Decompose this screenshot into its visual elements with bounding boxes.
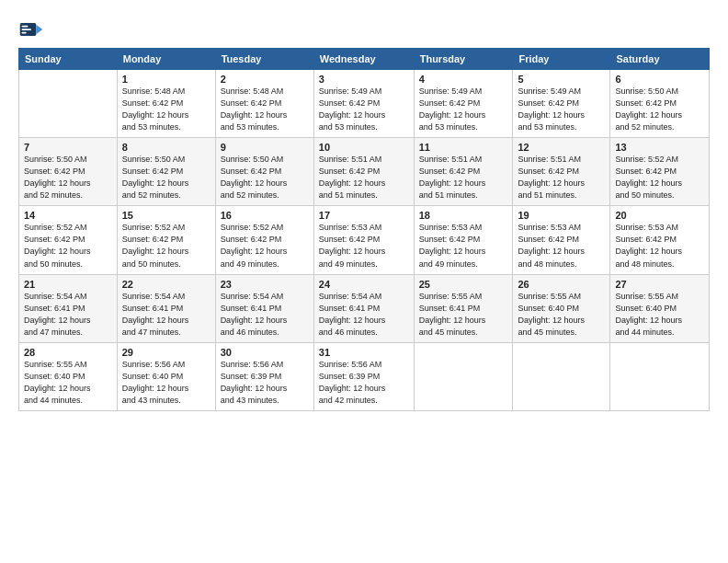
calendar-cell: 26Sunrise: 5:55 AM Sunset: 6:40 PM Dayli… — [513, 274, 610, 342]
day-number: 10 — [319, 142, 409, 153]
day-number: 12 — [518, 142, 605, 153]
calendar-cell: 8Sunrise: 5:50 AM Sunset: 6:42 PM Daylig… — [117, 138, 215, 206]
day-number: 18 — [419, 210, 508, 221]
day-info: Sunrise: 5:54 AM Sunset: 6:41 PM Dayligh… — [221, 291, 309, 339]
day-info: Sunrise: 5:51 AM Sunset: 6:42 PM Dayligh… — [518, 154, 605, 201]
day-info: Sunrise: 5:56 AM Sunset: 6:39 PM Dayligh… — [319, 359, 409, 407]
calendar-cell: 14Sunrise: 5:52 AM Sunset: 6:42 PM Dayli… — [19, 206, 118, 274]
calendar-cell: 27Sunrise: 5:55 AM Sunset: 6:40 PM Dayli… — [610, 274, 710, 342]
day-number: 2 — [221, 74, 309, 85]
calendar-cell: 18Sunrise: 5:53 AM Sunset: 6:42 PM Dayli… — [414, 206, 513, 274]
calendar-cell: 5Sunrise: 5:49 AM Sunset: 6:42 PM Daylig… — [513, 70, 610, 138]
day-number: 23 — [221, 279, 309, 290]
calendar-cell: 12Sunrise: 5:51 AM Sunset: 6:42 PM Dayli… — [513, 138, 610, 206]
weekday-header-wednesday: Wednesday — [313, 49, 414, 70]
calendar-cell — [19, 70, 118, 138]
calendar-cell — [414, 342, 513, 410]
day-number: 6 — [615, 74, 704, 85]
calendar-table: SundayMondayTuesdayWednesdayThursdayFrid… — [18, 48, 710, 411]
day-info: Sunrise: 5:56 AM Sunset: 6:39 PM Dayligh… — [221, 359, 309, 407]
calendar-cell: 9Sunrise: 5:50 AM Sunset: 6:42 PM Daylig… — [215, 138, 313, 206]
calendar-cell: 30Sunrise: 5:56 AM Sunset: 6:39 PM Dayli… — [215, 342, 313, 410]
weekday-header-monday: Monday — [117, 49, 215, 70]
svg-rect-4 — [22, 32, 27, 34]
weekday-header-thursday: Thursday — [414, 49, 513, 70]
day-number: 5 — [518, 74, 605, 85]
day-info: Sunrise: 5:48 AM Sunset: 6:42 PM Dayligh… — [122, 86, 210, 133]
calendar-cell: 31Sunrise: 5:56 AM Sunset: 6:39 PM Dayli… — [313, 342, 414, 410]
weekday-header-saturday: Saturday — [610, 49, 710, 70]
calendar-cell: 10Sunrise: 5:51 AM Sunset: 6:42 PM Dayli… — [313, 138, 414, 206]
day-info: Sunrise: 5:53 AM Sunset: 6:42 PM Dayligh… — [518, 222, 605, 270]
day-number: 17 — [319, 210, 409, 221]
day-info: Sunrise: 5:53 AM Sunset: 6:42 PM Dayligh… — [615, 222, 704, 270]
day-info: Sunrise: 5:50 AM Sunset: 6:42 PM Dayligh… — [122, 154, 210, 201]
day-info: Sunrise: 5:52 AM Sunset: 6:42 PM Dayligh… — [24, 222, 112, 270]
day-number: 8 — [122, 142, 210, 153]
day-number: 3 — [319, 74, 409, 85]
calendar-cell: 1Sunrise: 5:48 AM Sunset: 6:42 PM Daylig… — [117, 70, 215, 138]
day-info: Sunrise: 5:50 AM Sunset: 6:42 PM Dayligh… — [221, 154, 309, 201]
day-number: 7 — [24, 142, 112, 153]
calendar-cell: 21Sunrise: 5:54 AM Sunset: 6:41 PM Dayli… — [19, 274, 118, 342]
day-info: Sunrise: 5:50 AM Sunset: 6:42 PM Dayligh… — [615, 86, 704, 133]
day-number: 15 — [122, 210, 210, 221]
day-info: Sunrise: 5:52 AM Sunset: 6:42 PM Dayligh… — [122, 222, 210, 270]
day-info: Sunrise: 5:54 AM Sunset: 6:41 PM Dayligh… — [24, 291, 112, 339]
day-number: 24 — [319, 279, 409, 290]
calendar-cell: 2Sunrise: 5:48 AM Sunset: 6:42 PM Daylig… — [215, 70, 313, 138]
calendar-cell: 25Sunrise: 5:55 AM Sunset: 6:41 PM Dayli… — [414, 274, 513, 342]
calendar-cell: 19Sunrise: 5:53 AM Sunset: 6:42 PM Dayli… — [513, 206, 610, 274]
weekday-header-sunday: Sunday — [19, 49, 118, 70]
day-number: 29 — [122, 347, 210, 358]
calendar-cell: 28Sunrise: 5:55 AM Sunset: 6:40 PM Dayli… — [19, 342, 118, 410]
calendar-cell — [610, 342, 710, 410]
day-number: 4 — [419, 74, 508, 85]
calendar-cell: 11Sunrise: 5:51 AM Sunset: 6:42 PM Dayli… — [414, 138, 513, 206]
day-number: 19 — [518, 210, 605, 221]
calendar-cell: 3Sunrise: 5:49 AM Sunset: 6:42 PM Daylig… — [313, 70, 414, 138]
calendar-cell: 7Sunrise: 5:50 AM Sunset: 6:42 PM Daylig… — [19, 138, 118, 206]
calendar-cell: 13Sunrise: 5:52 AM Sunset: 6:42 PM Dayli… — [610, 138, 710, 206]
day-number: 27 — [615, 279, 704, 290]
day-info: Sunrise: 5:53 AM Sunset: 6:42 PM Dayligh… — [319, 222, 409, 270]
svg-rect-2 — [22, 26, 28, 28]
calendar-cell: 15Sunrise: 5:52 AM Sunset: 6:42 PM Dayli… — [117, 206, 215, 274]
day-info: Sunrise: 5:54 AM Sunset: 6:41 PM Dayligh… — [319, 291, 409, 339]
day-number: 26 — [518, 279, 605, 290]
day-info: Sunrise: 5:52 AM Sunset: 6:42 PM Dayligh… — [615, 154, 704, 201]
day-number: 31 — [319, 347, 409, 358]
calendar-cell: 17Sunrise: 5:53 AM Sunset: 6:42 PM Dayli… — [313, 206, 414, 274]
day-number: 25 — [419, 279, 508, 290]
day-number: 28 — [24, 347, 112, 358]
day-number: 16 — [221, 210, 309, 221]
weekday-header-tuesday: Tuesday — [215, 49, 313, 70]
day-number: 22 — [122, 279, 210, 290]
svg-rect-3 — [22, 29, 32, 30]
day-info: Sunrise: 5:55 AM Sunset: 6:40 PM Dayligh… — [615, 291, 704, 339]
day-info: Sunrise: 5:49 AM Sunset: 6:42 PM Dayligh… — [319, 86, 409, 133]
day-info: Sunrise: 5:55 AM Sunset: 6:41 PM Dayligh… — [419, 291, 508, 339]
day-info: Sunrise: 5:54 AM Sunset: 6:41 PM Dayligh… — [122, 291, 210, 339]
svg-marker-1 — [36, 25, 42, 35]
day-info: Sunrise: 5:55 AM Sunset: 6:40 PM Dayligh… — [24, 359, 112, 407]
day-info: Sunrise: 5:48 AM Sunset: 6:42 PM Dayligh… — [221, 86, 309, 133]
day-number: 30 — [221, 347, 309, 358]
calendar-cell: 4Sunrise: 5:49 AM Sunset: 6:42 PM Daylig… — [414, 70, 513, 138]
day-number: 13 — [615, 142, 704, 153]
day-number: 14 — [24, 210, 112, 221]
day-info: Sunrise: 5:56 AM Sunset: 6:40 PM Dayligh… — [122, 359, 210, 407]
day-info: Sunrise: 5:49 AM Sunset: 6:42 PM Dayligh… — [419, 86, 508, 133]
calendar-cell: 6Sunrise: 5:50 AM Sunset: 6:42 PM Daylig… — [610, 70, 710, 138]
day-number: 1 — [122, 74, 210, 85]
day-number: 21 — [24, 279, 112, 290]
calendar-cell — [513, 342, 610, 410]
calendar-cell: 29Sunrise: 5:56 AM Sunset: 6:40 PM Dayli… — [117, 342, 215, 410]
weekday-header-friday: Friday — [513, 49, 610, 70]
calendar-cell: 23Sunrise: 5:54 AM Sunset: 6:41 PM Dayli… — [215, 274, 313, 342]
logo — [18, 17, 47, 42]
day-info: Sunrise: 5:53 AM Sunset: 6:42 PM Dayligh… — [419, 222, 508, 270]
day-info: Sunrise: 5:51 AM Sunset: 6:42 PM Dayligh… — [319, 154, 409, 201]
day-info: Sunrise: 5:52 AM Sunset: 6:42 PM Dayligh… — [221, 222, 309, 270]
day-number: 9 — [221, 142, 309, 153]
